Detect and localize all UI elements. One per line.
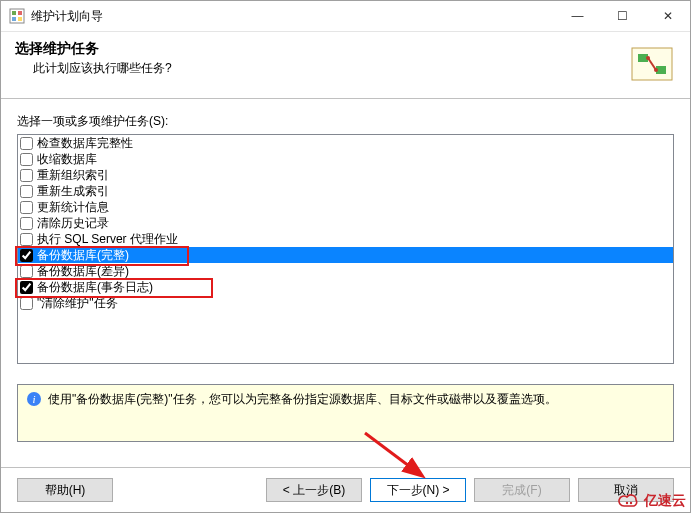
task-checkbox[interactable] [20, 233, 33, 246]
task-checkbox[interactable] [20, 281, 33, 294]
svg-rect-1 [12, 11, 16, 15]
task-label: 执行 SQL Server 代理作业 [37, 231, 178, 247]
task-checkbox[interactable] [20, 297, 33, 310]
task-label: 检查数据库完整性 [37, 135, 133, 151]
svg-point-15 [630, 502, 632, 504]
task-label: 重新生成索引 [37, 183, 109, 199]
page-subtitle: 此计划应该执行哪些任务? [33, 60, 628, 77]
task-list[interactable]: 检查数据库完整性收缩数据库重新组织索引重新生成索引更新统计信息清除历史记录执行 … [17, 134, 674, 364]
task-checkbox[interactable] [20, 153, 33, 166]
task-item[interactable]: 检查数据库完整性 [18, 135, 673, 151]
task-label: 重新组织索引 [37, 167, 109, 183]
task-checkbox[interactable] [20, 217, 33, 230]
task-item[interactable]: 收缩数据库 [18, 151, 673, 167]
next-button[interactable]: 下一步(N) > [370, 478, 466, 502]
task-item[interactable]: 重新组织索引 [18, 167, 673, 183]
task-item[interactable]: 重新生成索引 [18, 183, 673, 199]
task-checkbox[interactable] [20, 137, 33, 150]
task-checkbox[interactable] [20, 169, 33, 182]
page-title: 选择维护任务 [15, 40, 628, 58]
svg-rect-2 [18, 11, 22, 15]
wizard-body: 选择一项或多项维护任务(S): 检查数据库完整性收缩数据库重新组织索引重新生成索… [1, 99, 690, 467]
maximize-button[interactable]: ☐ [600, 1, 645, 31]
wizard-window: 维护计划向导 — ☐ ✕ 选择维护任务 此计划应该执行哪些任务? 选择一项或多项… [0, 0, 691, 513]
task-label: 清除历史记录 [37, 215, 109, 231]
window-controls: — ☐ ✕ [555, 1, 690, 31]
task-checkbox[interactable] [20, 265, 33, 278]
task-item[interactable]: 更新统计信息 [18, 199, 673, 215]
svg-point-14 [626, 502, 628, 504]
watermark: 亿速云 [618, 492, 686, 510]
task-label: "清除维护"任务 [37, 295, 118, 311]
description-panel: i 使用"备份数据库(完整)"任务，您可以为完整备份指定源数据库、目标文件或磁带… [17, 384, 674, 442]
wizard-header: 选择维护任务 此计划应该执行哪些任务? [1, 32, 690, 99]
task-label: 收缩数据库 [37, 151, 97, 167]
task-checkbox[interactable] [20, 201, 33, 214]
minimize-button[interactable]: — [555, 1, 600, 31]
svg-point-10 [654, 68, 658, 72]
task-label: 备份数据库(事务日志) [37, 279, 153, 295]
task-item[interactable]: 清除历史记录 [18, 215, 673, 231]
help-button[interactable]: 帮助(H) [17, 478, 113, 502]
svg-point-9 [646, 56, 650, 60]
task-label: 备份数据库(差异) [37, 263, 129, 279]
window-title: 维护计划向导 [31, 8, 555, 25]
title-bar: 维护计划向导 — ☐ ✕ [1, 1, 690, 32]
task-label: 更新统计信息 [37, 199, 109, 215]
info-icon: i [26, 391, 42, 407]
watermark-text: 亿速云 [644, 492, 686, 510]
description-text: 使用"备份数据库(完整)"任务，您可以为完整备份指定源数据库、目标文件或磁带以及… [48, 391, 557, 407]
svg-text:i: i [32, 393, 35, 405]
task-item[interactable]: 备份数据库(完整) [18, 247, 673, 263]
close-button[interactable]: ✕ [645, 1, 690, 31]
task-item[interactable]: 备份数据库(差异) [18, 263, 673, 279]
task-list-label: 选择一项或多项维护任务(S): [17, 113, 674, 130]
finish-button[interactable]: 完成(F) [474, 478, 570, 502]
task-item[interactable]: 执行 SQL Server 代理作业 [18, 231, 673, 247]
back-button[interactable]: < 上一步(B) [266, 478, 362, 502]
task-checkbox[interactable] [20, 185, 33, 198]
wizard-footer: 帮助(H) < 上一步(B) 下一步(N) > 完成(F) 取消 [1, 467, 690, 512]
svg-rect-3 [12, 17, 16, 21]
wizard-icon [628, 40, 676, 88]
svg-rect-4 [18, 17, 22, 21]
task-item[interactable]: 备份数据库(事务日志) [18, 279, 673, 295]
task-item[interactable]: "清除维护"任务 [18, 295, 673, 311]
task-label: 备份数据库(完整) [37, 247, 129, 263]
app-icon [9, 8, 25, 24]
task-checkbox[interactable] [20, 249, 33, 262]
